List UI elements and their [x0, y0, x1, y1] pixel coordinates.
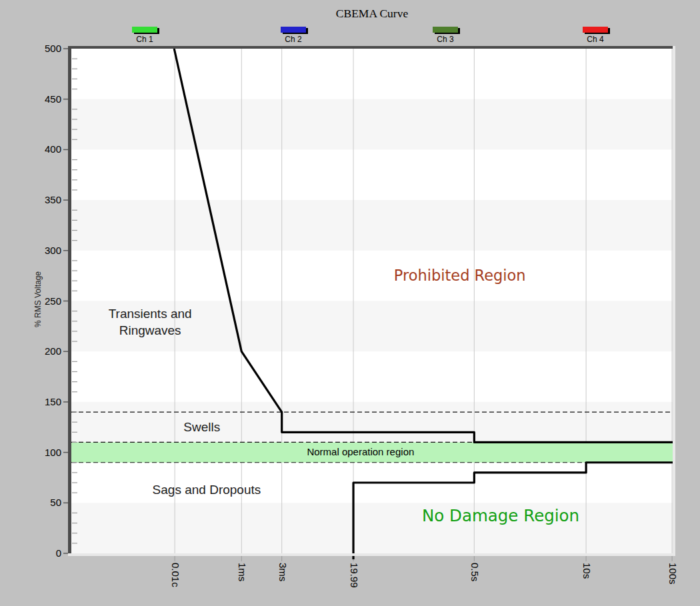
annotation-normal-operation-region: Normal operation region: [307, 446, 414, 457]
frame-left: [68, 46, 71, 556]
alt-shade-band: [71, 200, 673, 251]
x-tick-label: 100s: [667, 563, 679, 585]
frame-bottom: [68, 553, 675, 556]
y-tick-label: 150: [45, 396, 61, 407]
y-tick-label: 50: [50, 497, 61, 508]
annotation-swells: Swells: [183, 420, 220, 434]
cbema-curve-chart: 0501001502002503003504004505000.01c1ms3m…: [0, 0, 700, 606]
y-tick-label: 100: [45, 447, 61, 458]
alt-shade-band: [71, 99, 673, 150]
x-tick-label: 3ms: [277, 563, 289, 581]
y-tick-label: 500: [45, 43, 61, 54]
y-tick-label: 350: [45, 194, 61, 205]
frame-right: [673, 46, 675, 556]
annotation-sags-and-dropouts: Sags and Dropouts: [153, 483, 261, 497]
y-tick-label: 0: [56, 547, 61, 559]
y-tick-label: 200: [45, 345, 61, 357]
annotation-transients-ringwaves: Ringwaves: [119, 323, 181, 337]
annotation-transients-ringwaves: Transients and: [109, 307, 192, 321]
frame-top: [68, 46, 675, 49]
annotation-no-damage-region: No Damage Region: [422, 506, 579, 525]
annotation-prohibited-region: Prohibited Region: [394, 267, 526, 284]
y-tick-label: 450: [45, 93, 61, 105]
alt-shade-band: [71, 503, 673, 553]
x-tick-label: 19.99: [349, 563, 360, 588]
y-tick-label: 400: [45, 143, 61, 155]
y-tick-label: 300: [45, 245, 61, 256]
x-tick-label: 0.01c: [170, 563, 181, 587]
x-tick-label: 0.5s: [469, 563, 481, 581]
x-tick-label: 10s: [581, 563, 593, 579]
y-tick-label: 250: [45, 295, 61, 307]
x-tick-label: 1ms: [237, 563, 248, 581]
